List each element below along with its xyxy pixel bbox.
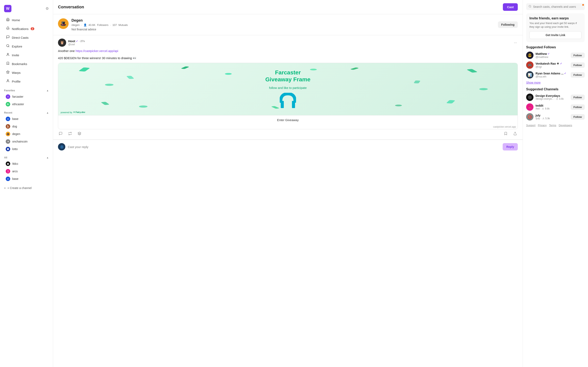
nav-item-invite[interactable]: Invite [2,51,51,59]
suggested-follow-venkatesh: 🎮 Venkatesh Rao ☀ ✓ @vgr Follow [526,61,585,69]
all-channels-list: ◉ 9dcc ⟆ arcs ● base [0,160,53,183]
nav-item-warps[interactable]: Warps [2,68,51,77]
nav-label-warps: Warps [12,71,21,75]
reply-input[interactable] [68,145,500,149]
sugg-name-venkatesh: Venkatesh Rao ☀ ✓ [536,62,569,65]
ch-name-july: july [536,114,569,117]
verified-badge: ✓ [560,62,562,65]
search-bar [526,3,585,10]
nav-item-bookmarks[interactable]: Bookmarks [2,59,51,68]
following-button[interactable]: Following [498,21,518,28]
sugg-info-ryan: Ryan Sean Adams ... ✓ @rsa.eth [536,72,569,78]
sugg-name-ryan: Ryan Sean Adams ... ✓ [536,72,569,75]
svg-rect-11 [414,80,421,83]
svg-rect-15 [101,102,109,105]
footer-link-support[interactable]: Support [526,124,536,127]
channel-avatar-degen: 🎩 [6,132,10,136]
follow-button-matthew[interactable]: Follow [571,53,585,58]
nav-item-explore[interactable]: Explore [2,42,51,50]
cast-user-info: Hoot ✓ · 27s @owl [68,39,511,46]
settings-button[interactable]: ⚙ [45,6,49,11]
ch-name-design-everydays: Design Everydays [536,94,569,98]
svg-point-24 [529,5,531,7]
followers-label: Followers [97,24,108,26]
all-channel-item-arcs[interactable]: ⟆ arcs [2,167,51,175]
channel-avatar-onchaincoin: ✦ [6,139,10,144]
all-channel-item-9dcc[interactable]: ◉ 9dcc [2,160,51,167]
app-logo[interactable]: W [4,5,11,12]
channel-name-ethcaster: ethcaster [12,103,24,106]
sugg-avatar-matthew: 😎 [526,52,534,59]
svg-rect-6 [126,76,134,79]
stack-button[interactable] [77,131,82,136]
suggested-follows-list: 😎 Matthew ✓ @matthew Follow 🎮 Venkatesh … [526,52,585,78]
home-icon [6,18,10,22]
nav-item-direct-casts[interactable]: Direct Casts [2,33,51,42]
ch-follow-button-teddit[interactable]: Follow [571,104,585,110]
frame-title: FarcasterGiveaway Frame [265,69,310,83]
all-collapse-btn[interactable]: ▲ [46,156,49,159]
nav-item-home[interactable]: Home [2,16,51,24]
conversation-area: 🎩 Degen /degen · 👤 43.6K Followers · 107… [53,14,523,367]
cast-button[interactable]: Cast [503,3,518,11]
share-button[interactable] [512,131,518,136]
nav-label-explore: Explore [12,45,22,48]
sugg-handle-matthew: @matthew [536,55,569,58]
favorite-item-ethcaster[interactable]: Et ethcaster [2,100,51,108]
suggested-follow-ryan: 📊 Ryan Sean Adams ... ✓ @rsa.eth Follow [526,71,585,78]
footer-link-privacy[interactable]: Privacy [538,124,547,127]
follow-button-ryan[interactable]: Follow [571,72,585,78]
sugg-name-matthew: Matthew ✓ [536,52,569,55]
cast-time: 27s [80,40,85,43]
notification-badge: 2 [31,27,34,30]
ch-meta-teddit: /ted · 9.8k [536,107,569,110]
follow-button-venkatesh[interactable]: Follow [571,62,585,68]
footer-link-terms[interactable]: Terms [549,124,556,127]
more-options-button[interactable]: ··· [513,40,518,46]
search-input[interactable] [533,5,582,8]
svg-rect-17 [446,100,455,103]
channel-avatar-farcaster: f [6,94,10,99]
profile-handle: /degen [71,24,80,26]
create-channel-button[interactable]: + + Create a channel [0,184,53,192]
recent-item-onchaincoin[interactable]: ✦ onchaincoin [2,138,51,145]
show-more-link[interactable]: Show more [526,81,585,84]
recast-button[interactable] [67,131,73,136]
favorite-item-farcaster[interactable]: f farcaster [2,93,51,100]
recent-collapse-btn[interactable]: ▲ [46,111,49,114]
notifications-icon [6,26,10,31]
svg-rect-5 [78,67,90,72]
svg-point-14 [310,69,317,71]
nav-item-notifications[interactable]: Notifications 2 [2,25,51,33]
ch-avatar-july: ⭕ [526,113,534,120]
comment-button[interactable] [58,131,63,136]
frame-subtitle: follow and like to participate [269,86,307,90]
nav-menu: Home Notifications 2 Direct Casts Explor… [0,16,53,86]
nav-item-profile[interactable]: Profile [2,77,51,86]
channel-name-farcaster: farcaster [12,95,23,98]
notification-dot [582,4,584,6]
footer-link-developers[interactable]: Developers [559,124,572,127]
recent-item-lotto[interactable]: ⬟ lotto [2,145,51,153]
enter-giveaway-button[interactable]: Enter Giveaway [58,115,518,125]
recent-item-dog[interactable]: 🐕 dog [2,123,51,130]
ch-follow-button-design-everydays[interactable]: Follow [571,95,585,100]
mutuals-count: 107 [112,24,117,26]
cast-link[interactable]: https://castpicker.vercel.app/api [76,49,118,53]
nav-label-invite: Invite [12,53,19,57]
main-header: Conversation Cast [53,0,523,14]
favorites-collapse-btn[interactable]: ▲ [46,89,49,92]
reply-button[interactable]: Reply [503,143,518,150]
get-invite-link-button[interactable]: Get Invite Link [529,31,581,39]
all-channel-item-base2[interactable]: ● base [2,175,51,183]
invite-desc: You and your friend each get 50 warps if… [529,21,581,29]
svg-point-2 [7,53,8,54]
svg-point-0 [7,44,9,47]
recent-item-base[interactable]: ● base [2,115,51,123]
verified-icon: ✓ [76,40,78,43]
recent-item-degen[interactable]: 🎩 degen [2,130,51,138]
ch-follow-button-july[interactable]: Follow [571,114,585,120]
powered-by: powered by✦ Fairy.dev [61,111,85,114]
bookmark-button[interactable] [503,131,508,136]
svg-rect-10 [467,69,478,73]
